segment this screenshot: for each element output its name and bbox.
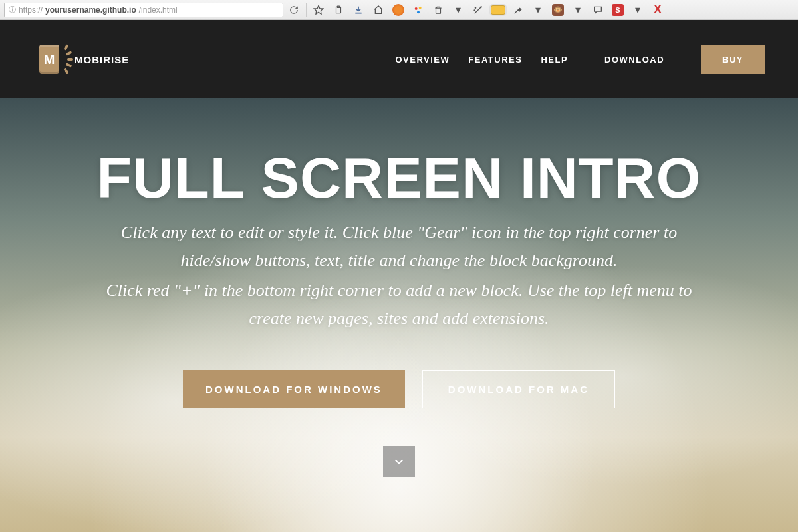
- download-windows-button[interactable]: DOWNLOAD FOR WINDOWS: [183, 370, 405, 408]
- hero-ctas: DOWNLOAD FOR WINDOWS DOWNLOAD FOR MAC: [183, 370, 615, 408]
- scroll-down-button[interactable]: [383, 446, 415, 477]
- trash-icon[interactable]: [430, 2, 446, 18]
- mobirise-logo-icon: M: [33, 43, 65, 75]
- monkey-icon[interactable]: 🐵: [550, 2, 566, 18]
- clipboard-icon[interactable]: [331, 2, 346, 18]
- svg-point-3: [415, 7, 418, 10]
- navbar: M MOBIRISE OVERVIEW FEATURES HELP DOWNLO…: [0, 20, 798, 98]
- url-domain: yourusername.github.io: [45, 5, 136, 15]
- brand[interactable]: M MOBIRISE: [33, 43, 129, 75]
- eyedropper-icon[interactable]: [510, 2, 526, 18]
- download-arrow-icon[interactable]: [350, 2, 366, 18]
- wand-icon[interactable]: [470, 2, 486, 18]
- address-bar[interactable]: ⓘ https://yourusername.github.io/index.h…: [4, 3, 283, 17]
- reload-icon[interactable]: [286, 2, 302, 18]
- nav-link-overview[interactable]: OVERVIEW: [395, 55, 450, 65]
- colored-dots-icon[interactable]: [410, 2, 426, 18]
- download-mac-button[interactable]: DOWNLOAD FOR MAC: [422, 370, 615, 408]
- s-badge-icon[interactable]: S: [610, 2, 626, 18]
- chat-icon[interactable]: [590, 2, 606, 18]
- duckduckgo-icon[interactable]: [390, 2, 406, 18]
- dropdown-caret-icon-3[interactable]: ▾: [570, 2, 586, 18]
- page: M MOBIRISE OVERVIEW FEATURES HELP DOWNLO…: [0, 20, 798, 532]
- star-icon[interactable]: [311, 2, 327, 18]
- brand-name: MOBIRISE: [74, 54, 129, 65]
- url-path: /index.html: [139, 5, 178, 15]
- nav-link-help[interactable]: HELP: [541, 55, 568, 65]
- svg-marker-0: [314, 5, 323, 14]
- dropdown-caret-icon-2[interactable]: ▾: [530, 2, 546, 18]
- browser-toolbar: ⓘ https://yourusername.github.io/index.h…: [0, 0, 798, 20]
- url-prefix: https://: [19, 5, 43, 15]
- svg-point-6: [475, 7, 475, 8]
- svg-point-5: [417, 11, 420, 13]
- svg-point-4: [419, 6, 422, 9]
- hero-subtitle-2[interactable]: Click red "+" in the bottom right corner…: [96, 277, 702, 332]
- home-icon[interactable]: [370, 2, 386, 18]
- dropdown-caret-icon[interactable]: ▾: [450, 2, 466, 18]
- x-badge-icon[interactable]: X: [650, 2, 666, 18]
- hero-subtitle-1[interactable]: Click any text to edit or style it. Clic…: [96, 219, 702, 274]
- dropdown-caret-icon-4[interactable]: ▾: [630, 2, 646, 18]
- hero: FULL SCREEN INTRO Click any text to edit…: [0, 98, 798, 532]
- toolbar-separator: [306, 3, 307, 17]
- toolbar-icons: ▾ ▾ 🐵 ▾ S ▾ X: [311, 2, 794, 18]
- nav-download-button[interactable]: DOWNLOAD: [587, 45, 682, 74]
- nav-buy-button[interactable]: BUY: [701, 45, 765, 74]
- chevron-down-icon: [392, 454, 406, 469]
- hero-title[interactable]: FULL SCREEN INTRO: [97, 145, 702, 211]
- highlight-box-icon[interactable]: [490, 2, 506, 18]
- info-icon: ⓘ: [9, 5, 16, 15]
- nav-right: OVERVIEW FEATURES HELP DOWNLOAD BUY: [395, 45, 765, 74]
- svg-point-7: [474, 10, 475, 11]
- nav-link-features[interactable]: FEATURES: [468, 55, 522, 65]
